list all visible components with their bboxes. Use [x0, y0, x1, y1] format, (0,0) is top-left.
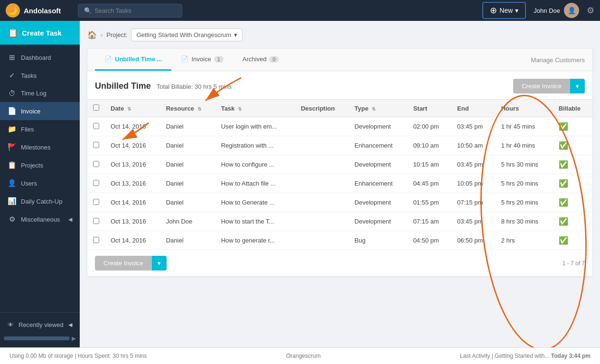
cell-end: 03:45 pm [451, 117, 496, 136]
row-checkbox[interactable] [93, 218, 99, 224]
misc-icon: ⚙ [8, 215, 16, 224]
cell-billable: ✅ [553, 231, 592, 250]
header-left: Unbilled Time Total Billable: 30 hrs 5 m… [95, 81, 232, 91]
chevron-down-icon: ▾ [515, 7, 518, 14]
col-type[interactable]: Type ⇅ [349, 100, 408, 117]
content-area: 🏠 › Project: Getting Started With Orange… [80, 21, 600, 284]
row-checkbox[interactable] [93, 199, 99, 205]
cell-type: Development [349, 117, 408, 136]
cell-start: 09:10 am [407, 136, 451, 155]
tab-archived[interactable]: Archived 0 [233, 49, 289, 71]
create-invoice-button-bottom[interactable]: Create Invoice [95, 256, 152, 271]
page-footer: Using 0.00 Mb of storage | Hours Spent: … [0, 347, 600, 364]
tab-invoice[interactable]: 📄 Invoice 1 [171, 49, 233, 71]
manage-customers-button[interactable]: Manage Customers [531, 52, 585, 68]
create-invoice-area: Create Invoice ▾ [513, 79, 585, 93]
cell-resource: Daniel [160, 231, 216, 250]
sidebar-item-timelog[interactable]: ⏱ Time Log [0, 84, 80, 102]
recently-viewed-label: Recently viewed [19, 321, 64, 328]
select-all-header[interactable] [87, 100, 105, 117]
create-invoice-dropdown-button[interactable]: ▾ [570, 79, 585, 93]
main-layout: 📋 Create Task ⊞ Dashboard ✓ Tasks ⏱ Time… [0, 21, 600, 347]
cell-description [295, 212, 349, 231]
sidebar-item-miscellaneous[interactable]: ⚙ Miscellaneous ◀ [0, 210, 80, 228]
sidebar-item-milestones[interactable]: 🚩 Milestones [0, 138, 80, 156]
search-bar[interactable]: 🔍 [78, 4, 182, 18]
row-checkbox-cell[interactable] [87, 193, 105, 212]
scroll-right-arrow[interactable]: ▶ [72, 335, 76, 342]
sidebar-item-label: Invoice [21, 108, 40, 115]
footer-storage: Using 0.00 Mb of storage | Hours Spent: … [9, 353, 147, 359]
tab-unbilled[interactable]: 📄 Unbilled Time ... [95, 49, 171, 71]
cell-hours: 2 hrs [496, 231, 553, 250]
sidebar-item-files[interactable]: 📁 Files [0, 120, 80, 138]
pagination-info: 1 - 7 of 7 [562, 260, 585, 267]
new-button[interactable]: ⊕ New ▾ [482, 2, 526, 19]
sidebar-item-label: Files [21, 126, 34, 133]
sidebar-item-users[interactable]: 👤 Users [0, 174, 80, 192]
table-header: Date ⇅ Resource ⇅ Task ⇅ Description Typ… [87, 100, 592, 117]
main-card: 📄 Unbilled Time ... 📄 Invoice 1 Archived… [87, 49, 592, 276]
row-checkbox[interactable] [93, 180, 99, 186]
sidebar-bottom: 👁 Recently viewed ◀ ▶ [0, 312, 80, 347]
create-invoice-button[interactable]: Create Invoice [513, 79, 570, 93]
row-checkbox[interactable] [93, 123, 99, 129]
cell-hours: 8 hrs 30 mins [496, 212, 553, 231]
home-icon[interactable]: 🏠 [87, 30, 97, 39]
cell-end: 03:45 pm [451, 212, 496, 231]
cell-hours: 5 hrs 30 mins [496, 155, 553, 174]
row-checkbox-cell[interactable] [87, 155, 105, 174]
create-task-button[interactable]: 📋 Create Task [0, 21, 80, 45]
sidebar-item-dashboard[interactable]: ⊞ Dashboard [0, 48, 80, 66]
table-row: Oct 14, 2016 Daniel User login with em..… [87, 117, 592, 136]
col-date[interactable]: Date ⇅ [105, 100, 160, 117]
cell-description [295, 193, 349, 212]
invoice-icon: 📄 [8, 107, 16, 115]
sidebar-item-invoice[interactable]: 📄 Invoice [0, 102, 80, 120]
sidebar-item-dailycatchup[interactable]: 📊 Daily Catch-Up [0, 192, 80, 210]
cell-resource: Daniel [160, 174, 216, 193]
cell-task: How to Attach file ... [216, 174, 295, 193]
row-checkbox-cell[interactable] [87, 136, 105, 155]
breadcrumb: 🏠 › Project: Getting Started With Orange… [87, 28, 592, 41]
scrollbar-thumb[interactable] [4, 336, 70, 340]
table-header-row: Unbilled Time Total Billable: 30 hrs 5 m… [87, 71, 592, 99]
col-task[interactable]: Task ⇅ [216, 100, 295, 117]
cell-billable: ✅ [553, 117, 592, 136]
row-checkbox-cell[interactable] [87, 212, 105, 231]
cell-date: Oct 14, 2016 [105, 231, 160, 250]
cell-resource: Daniel [160, 136, 216, 155]
row-checkbox-cell[interactable] [87, 117, 105, 136]
cell-date: Oct 14, 2016 [105, 193, 160, 212]
project-select[interactable]: Getting Started With Orangescrum ▾ [131, 28, 242, 41]
milestones-icon: 🚩 [8, 143, 16, 151]
sidebar-item-projects[interactable]: 📋 Projects [0, 156, 80, 174]
tabs: 📄 Unbilled Time ... 📄 Invoice 1 Archived… [87, 49, 592, 71]
sidebar-item-label: Daily Catch-Up [21, 198, 62, 205]
chevron-right-icon: ◀ [68, 322, 72, 328]
row-checkbox[interactable] [93, 237, 99, 243]
select-all-checkbox[interactable] [93, 104, 99, 111]
row-checkbox[interactable] [93, 142, 99, 148]
recently-viewed[interactable]: 👁 Recently viewed ◀ [0, 317, 80, 333]
search-icon: 🔍 [84, 7, 92, 14]
sidebar-item-tasks[interactable]: ✓ Tasks [0, 66, 80, 84]
table-body: Oct 14, 2016 Daniel User login with em..… [87, 117, 592, 250]
billable-icon: ✅ [559, 179, 568, 187]
unbilled-title: Unbilled Time [95, 81, 151, 91]
create-invoice-dropdown-bottom[interactable]: ▾ [152, 256, 167, 271]
sidebar-item-label: Users [21, 180, 37, 187]
search-input[interactable] [94, 7, 176, 14]
project-value: Getting Started With Orangescrum [136, 31, 231, 38]
tab-invoice-label: Invoice [191, 56, 211, 63]
sidebar-item-label: Tasks [21, 72, 37, 79]
cell-type: Enhancement [349, 136, 408, 155]
row-checkbox-cell[interactable] [87, 231, 105, 250]
cell-start: 01:55 pm [407, 193, 451, 212]
col-resource[interactable]: Resource ⇅ [160, 100, 216, 117]
gear-icon[interactable]: ⚙ [587, 5, 594, 16]
row-checkbox[interactable] [93, 161, 99, 167]
cell-hours: 5 hrs 20 mins [496, 193, 553, 212]
row-checkbox-cell[interactable] [87, 174, 105, 193]
sidebar: 📋 Create Task ⊞ Dashboard ✓ Tasks ⏱ Time… [0, 21, 80, 347]
